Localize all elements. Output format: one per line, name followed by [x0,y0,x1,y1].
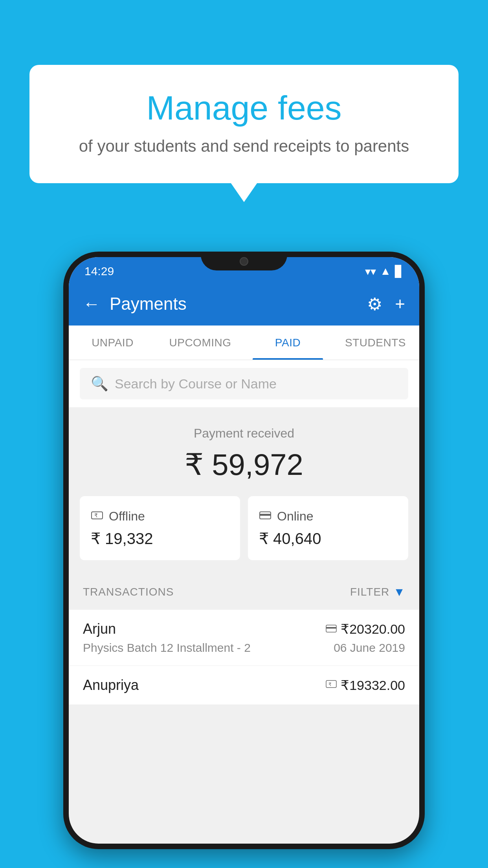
phone-notch [201,252,287,270]
filter-label: FILTER [350,586,389,598]
add-icon[interactable]: + [395,294,405,314]
tab-unpaid[interactable]: UNPAID [69,326,156,360]
battery-icon: ▊ [395,265,404,278]
phone-frame: 14:29 ▾▾ ▲ ▊ ← Payments ⚙ + UNPAID [63,252,425,849]
manage-fees-title: Manage fees [61,88,427,127]
tab-paid[interactable]: PAID [244,326,332,360]
speech-bubble: Manage fees of your students and send re… [29,65,459,183]
offline-label: Offline [109,509,145,524]
transaction-row-partial[interactable]: Anupriya ₹ ₹19332.00 [69,666,419,704]
partial-amount: ₹19332.00 [341,677,405,693]
transaction-course: Physics Batch 12 Installment - 2 [83,641,251,655]
search-box[interactable]: 🔍 Search by Course or Name [80,368,408,399]
filter-container[interactable]: FILTER ▼ [350,585,405,599]
svg-rect-5 [326,627,336,629]
offline-payment-icon: ₹ [326,679,337,692]
offline-icon: ₹ [91,509,103,524]
signal-icon: ▲ [380,265,391,278]
status-icons: ▾▾ ▲ ▊ [365,265,404,278]
partial-transaction-name: Anupriya [83,677,139,693]
app-bar: ← Payments ⚙ + [69,282,419,326]
card-payment-icon [326,623,337,635]
svg-text:₹: ₹ [94,512,98,519]
transaction-name: Arjun [83,621,116,637]
phone-screen: 14:29 ▾▾ ▲ ▊ ← Payments ⚙ + UNPAID [69,257,419,844]
payment-received-label: Payment received [80,426,408,441]
transaction-date: 06 June 2019 [334,641,405,655]
back-button[interactable]: ← [83,295,100,313]
tab-bar: UNPAID UPCOMING PAID STUDENTS [69,326,419,360]
settings-icon[interactable]: ⚙ [367,294,382,314]
svg-text:₹: ₹ [328,682,332,687]
online-card-header: Online [259,509,397,524]
svg-rect-3 [260,514,271,516]
transactions-label: TRANSACTIONS [83,586,174,598]
payment-cards: ₹ Offline ₹ 19,332 [69,496,419,574]
online-amount: ₹ 40,640 [259,530,397,548]
transaction-row[interactable]: Arjun ₹20320.00 Physics [69,610,419,666]
phone-device: 14:29 ▾▾ ▲ ▊ ← Payments ⚙ + UNPAID [63,252,425,849]
offline-amount: ₹ 19,332 [91,530,229,548]
transaction-amount-container: ₹20320.00 [326,621,405,637]
online-label: Online [277,509,314,524]
offline-card-header: ₹ Offline [91,509,229,524]
partial-amount-container: ₹ ₹19332.00 [326,677,405,693]
payment-received-amount: ₹ 59,972 [80,447,408,482]
offline-payment-card: ₹ Offline ₹ 19,332 [80,496,240,560]
online-icon [259,509,272,524]
filter-icon: ▼ [393,585,405,599]
payment-received-section: Payment received ₹ 59,972 [69,407,419,496]
search-placeholder: Search by Course or Name [115,376,277,392]
tab-upcoming[interactable]: UPCOMING [156,326,244,360]
status-time: 14:29 [84,265,114,278]
transaction-amount: ₹20320.00 [341,621,405,637]
search-icon: 🔍 [91,375,108,392]
camera [240,257,248,266]
app-title: Payments [110,294,358,314]
online-payment-card: Online ₹ 40,640 [248,496,408,560]
app-bar-icons: ⚙ + [367,294,405,314]
transactions-header: TRANSACTIONS FILTER ▼ [69,574,419,610]
manage-fees-subtitle: of your students and send receipts to pa… [61,137,427,156]
transaction-bottom: Physics Batch 12 Installment - 2 06 June… [83,641,405,655]
tab-students[interactable]: STUDENTS [332,326,419,360]
transaction-list: Arjun ₹20320.00 Physics [69,610,419,704]
transaction-top: Arjun ₹20320.00 [83,621,405,637]
wifi-icon: ▾▾ [365,265,376,278]
search-container: 🔍 Search by Course or Name [69,360,419,407]
